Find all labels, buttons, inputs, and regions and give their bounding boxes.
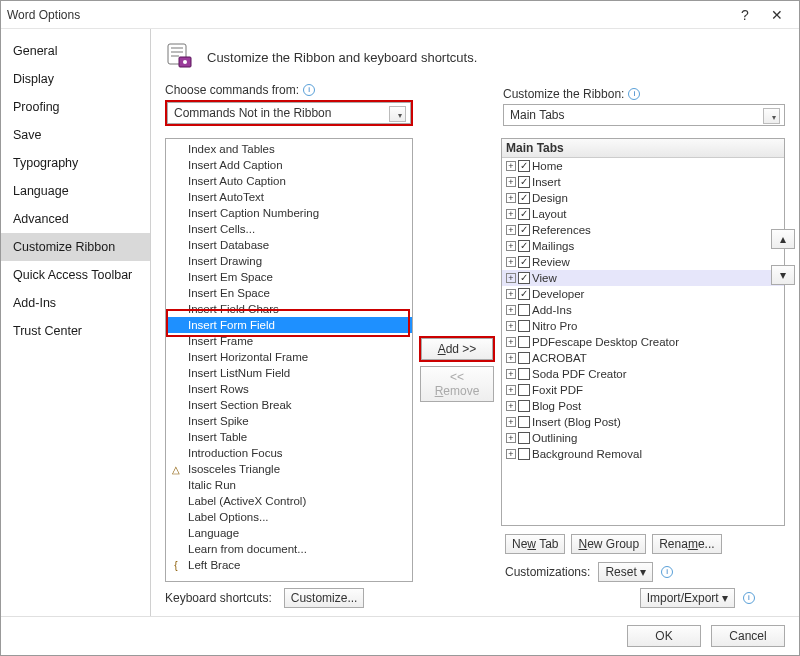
checkbox[interactable]: ✓	[518, 208, 530, 220]
sidebar-item-save[interactable]: Save	[1, 121, 150, 149]
tab-node-blog-post[interactable]: +Blog Post	[502, 398, 784, 414]
command-item[interactable]: Insert Add Caption	[166, 157, 412, 173]
tab-node-nitro-pro[interactable]: +Nitro Pro	[502, 318, 784, 334]
command-item[interactable]: Insert Frame	[166, 333, 412, 349]
tab-node-home[interactable]: +✓Home	[502, 158, 784, 174]
tab-node-foxit-pdf[interactable]: +Foxit PDF	[502, 382, 784, 398]
tab-node-mailings[interactable]: +✓Mailings	[502, 238, 784, 254]
command-item[interactable]: Insert Rows	[166, 381, 412, 397]
cancel-button[interactable]: Cancel	[711, 625, 785, 647]
checkbox[interactable]: ✓	[518, 256, 530, 268]
expand-icon[interactable]: +	[506, 433, 516, 443]
reset-button[interactable]: Reset ▾	[598, 562, 653, 582]
tab-node-layout[interactable]: +✓Layout	[502, 206, 784, 222]
sidebar-item-add-ins[interactable]: Add-Ins	[1, 289, 150, 317]
expand-icon[interactable]: +	[506, 417, 516, 427]
command-item[interactable]: Insert AutoText	[166, 189, 412, 205]
command-item[interactable]: Learn from document...	[166, 541, 412, 557]
expand-icon[interactable]: +	[506, 273, 516, 283]
tab-node-view[interactable]: +✓View	[502, 270, 784, 286]
command-item[interactable]: Insert Drawing	[166, 253, 412, 269]
expand-icon[interactable]: +	[506, 369, 516, 379]
checkbox[interactable]	[518, 448, 530, 460]
command-item[interactable]: {Left Brace	[166, 557, 412, 573]
expand-icon[interactable]: +	[506, 209, 516, 219]
command-item[interactable]: Insert ListNum Field	[166, 365, 412, 381]
command-item[interactable]: Insert Horizontal Frame	[166, 349, 412, 365]
tab-node-references[interactable]: +✓References	[502, 222, 784, 238]
command-item[interactable]: Insert Form Field	[166, 317, 412, 333]
checkbox[interactable]	[518, 304, 530, 316]
command-item[interactable]: △Isosceles Triangle	[166, 461, 412, 477]
tab-node-insert[interactable]: +✓Insert	[502, 174, 784, 190]
sidebar-item-customize-ribbon[interactable]: Customize Ribbon	[1, 233, 150, 261]
import-export-button[interactable]: Import/Export ▾	[640, 588, 735, 608]
expand-icon[interactable]: +	[506, 161, 516, 171]
customize-ribbon-dropdown[interactable]: Main Tabs ▾	[503, 104, 785, 126]
info-icon[interactable]: i	[743, 592, 755, 604]
tab-node-review[interactable]: +✓Review	[502, 254, 784, 270]
expand-icon[interactable]: +	[506, 321, 516, 331]
sidebar-item-general[interactable]: General	[1, 37, 150, 65]
tabs-tree[interactable]: Main Tabs +✓Home+✓Insert+✓Design+✓Layout…	[501, 138, 785, 526]
command-item[interactable]: Insert Caption Numbering	[166, 205, 412, 221]
sidebar-item-trust-center[interactable]: Trust Center	[1, 317, 150, 345]
checkbox[interactable]: ✓	[518, 176, 530, 188]
checkbox[interactable]: ✓	[518, 160, 530, 172]
tab-node-add-ins[interactable]: +Add-Ins	[502, 302, 784, 318]
move-down-button[interactable]: ▾	[771, 265, 795, 285]
command-item[interactable]: Insert En Space	[166, 285, 412, 301]
tab-node-background-removal[interactable]: +Background Removal	[502, 446, 784, 462]
tab-node-soda-pdf-creator[interactable]: +Soda PDF Creator	[502, 366, 784, 382]
tab-node-insert-blog-post-[interactable]: +Insert (Blog Post)	[502, 414, 784, 430]
command-item[interactable]: Language	[166, 525, 412, 541]
command-item[interactable]: Insert Field Chars	[166, 301, 412, 317]
expand-icon[interactable]: +	[506, 305, 516, 315]
checkbox[interactable]	[518, 432, 530, 444]
command-item[interactable]: Label Options...	[166, 509, 412, 525]
checkbox[interactable]	[518, 352, 530, 364]
expand-icon[interactable]: +	[506, 193, 516, 203]
checkbox[interactable]	[518, 368, 530, 380]
new-group-button[interactable]: New Group	[571, 534, 646, 554]
expand-icon[interactable]: +	[506, 401, 516, 411]
tab-node-pdfescape-desktop-creator[interactable]: +PDFescape Desktop Creator	[502, 334, 784, 350]
expand-icon[interactable]: +	[506, 353, 516, 363]
add-button[interactable]: Add >>	[421, 338, 493, 360]
checkbox[interactable]: ✓	[518, 288, 530, 300]
checkbox[interactable]	[518, 320, 530, 332]
expand-icon[interactable]: +	[506, 449, 516, 459]
expand-icon[interactable]: +	[506, 177, 516, 187]
command-item[interactable]: Insert Auto Caption	[166, 173, 412, 189]
sidebar-item-typography[interactable]: Typography	[1, 149, 150, 177]
commands-listbox[interactable]: Index and TablesInsert Add CaptionInsert…	[165, 138, 413, 582]
sidebar-item-quick-access-toolbar[interactable]: Quick Access Toolbar	[1, 261, 150, 289]
close-button[interactable]: ✕	[761, 3, 793, 27]
checkbox[interactable]	[518, 416, 530, 428]
command-item[interactable]: Label (ActiveX Control)	[166, 493, 412, 509]
move-up-button[interactable]: ▴	[771, 229, 795, 249]
command-item[interactable]: Insert Database	[166, 237, 412, 253]
info-icon[interactable]: i	[628, 88, 640, 100]
checkbox[interactable]	[518, 400, 530, 412]
command-item[interactable]: Insert Section Break	[166, 397, 412, 413]
command-item[interactable]: Italic Run	[166, 477, 412, 493]
sidebar-item-advanced[interactable]: Advanced	[1, 205, 150, 233]
checkbox[interactable]: ✓	[518, 240, 530, 252]
sidebar-item-language[interactable]: Language	[1, 177, 150, 205]
expand-icon[interactable]: +	[506, 241, 516, 251]
command-item[interactable]: Index and Tables	[166, 141, 412, 157]
ok-button[interactable]: OK	[627, 625, 701, 647]
expand-icon[interactable]: +	[506, 225, 516, 235]
customize-keyboard-button[interactable]: Customize...	[284, 588, 365, 608]
command-item[interactable]: Insert Spike	[166, 413, 412, 429]
info-icon[interactable]: i	[303, 84, 315, 96]
new-tab-button[interactable]: New Tab	[505, 534, 565, 554]
sidebar-item-display[interactable]: Display	[1, 65, 150, 93]
expand-icon[interactable]: +	[506, 257, 516, 267]
command-item[interactable]: Insert Em Space	[166, 269, 412, 285]
checkbox[interactable]: ✓	[518, 224, 530, 236]
expand-icon[interactable]: +	[506, 385, 516, 395]
sidebar-item-proofing[interactable]: Proofing	[1, 93, 150, 121]
checkbox[interactable]	[518, 336, 530, 348]
